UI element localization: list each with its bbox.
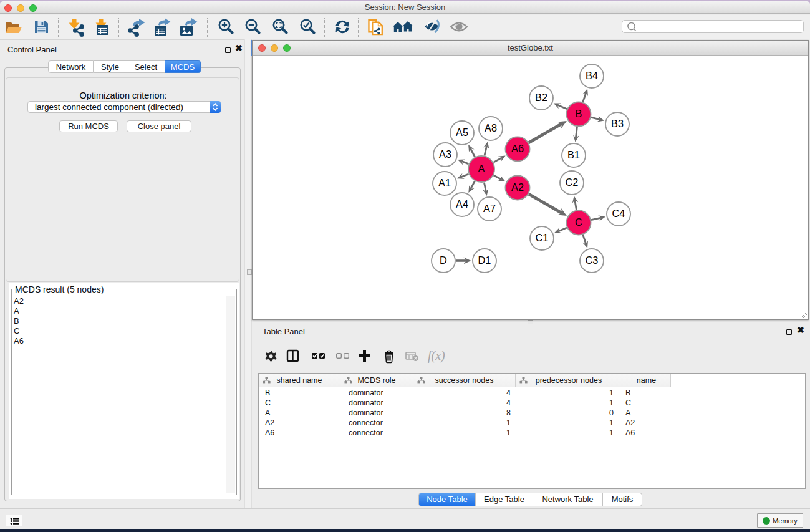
svg-text:A7: A7 — [483, 203, 496, 214]
svg-text:B2: B2 — [535, 92, 547, 103]
svg-text:B3: B3 — [611, 118, 624, 129]
svg-text:C3: C3 — [586, 254, 599, 266]
svg-text:B4: B4 — [586, 70, 598, 81]
svg-text:C: C — [575, 216, 582, 228]
svg-text:A4: A4 — [456, 198, 468, 210]
svg-text:C2: C2 — [566, 177, 579, 188]
svg-text:D1: D1 — [478, 254, 491, 266]
svg-text:A6: A6 — [511, 143, 524, 154]
svg-text:A: A — [478, 163, 485, 174]
svg-text:B: B — [576, 108, 582, 119]
svg-text:A2: A2 — [511, 181, 524, 193]
svg-text:C1: C1 — [536, 232, 549, 243]
svg-text:C4: C4 — [612, 208, 625, 219]
svg-text:A3: A3 — [439, 148, 451, 160]
svg-text:B1: B1 — [567, 149, 580, 160]
svg-text:D: D — [440, 254, 447, 266]
svg-text:A1: A1 — [438, 177, 451, 188]
svg-text:f(x): f(x) — [428, 349, 445, 363]
svg-text:A8: A8 — [485, 122, 497, 133]
svg-text:A5: A5 — [456, 127, 468, 138]
